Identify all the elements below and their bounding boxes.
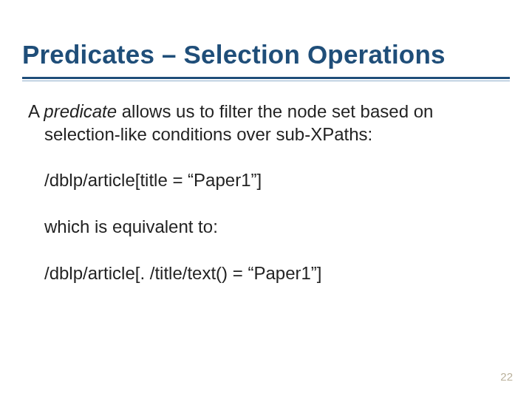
page-number: 22: [500, 370, 513, 383]
lead-text-predicate: predicate: [44, 101, 117, 121]
equivalence-text: which is equivalent to:: [28, 216, 510, 239]
xpath-example-2: /dblp/article[. /title/text() = “Paper1”…: [28, 262, 510, 285]
xpath-example-1: /dblp/article[title = “Paper1”]: [28, 169, 510, 192]
lead-paragraph: A predicate allows us to filter the node…: [28, 100, 510, 146]
lead-text-a: A: [28, 101, 44, 121]
lead-text-rest: allows us to filter the node set based o…: [117, 101, 433, 121]
slide: Predicates – Selection Operations A pred…: [0, 0, 532, 399]
lead-text-line2: selection-like conditions over sub-XPath…: [28, 123, 510, 146]
slide-title: Predicates – Selection Operations: [22, 40, 510, 69]
title-underline: [22, 77, 510, 81]
slide-body: A predicate allows us to filter the node…: [22, 100, 510, 285]
